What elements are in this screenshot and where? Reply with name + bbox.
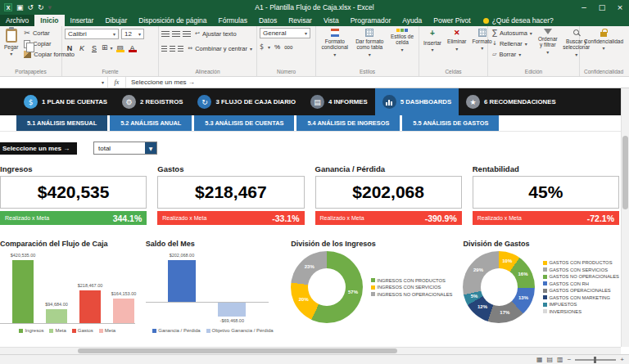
legend-swatch xyxy=(371,292,375,296)
vertical-scrollbar[interactable] xyxy=(621,88,629,347)
align-top-icon[interactable] xyxy=(161,31,170,38)
borders-icon[interactable]: ⊞ xyxy=(102,44,108,52)
minimize-button[interactable]: − xyxy=(575,0,593,15)
close-button[interactable]: × xyxy=(611,0,629,15)
wrap-text-button[interactable]: ↩Ajustar texto xyxy=(193,29,238,39)
ribbon-tab-vista[interactable]: Vista xyxy=(318,15,345,26)
kpi-card-gastos: Gastos $218,467 Realizado x Meta -33.1% xyxy=(157,164,304,225)
tell-me-box[interactable]: ¿Qué desea hacer? xyxy=(477,15,560,26)
ribbon-tab-disposicion-de-pagina[interactable]: Disposición de página xyxy=(133,15,212,26)
bar-data-label: -$69,468.00 xyxy=(210,318,254,323)
delete-icon: ✕ xyxy=(454,29,460,37)
font-color-button[interactable]: A xyxy=(128,44,138,52)
legend-swatch xyxy=(49,329,53,333)
view-page-layout-icon[interactable]: ▤ xyxy=(547,357,554,363)
fill-button[interactable]: ↓Rellenar▾ xyxy=(491,38,534,49)
nav-item-2-registros[interactable]: ⚙2 REGISTROS xyxy=(115,88,190,115)
currency-icon[interactable]: $ xyxy=(260,44,264,51)
bar-meta-ingresos xyxy=(46,309,67,323)
copy-icon xyxy=(24,40,30,48)
legend-label: INGRESOS NO OPERACIONALES xyxy=(377,292,452,297)
percent-style-button[interactable]: % xyxy=(274,43,280,51)
undo-icon[interactable]: ↺ xyxy=(28,4,34,11)
bar-data-label: $420,535.00 xyxy=(1,253,45,258)
view-page-break-icon[interactable]: ▥ xyxy=(557,357,563,363)
italic-button[interactable]: K xyxy=(77,44,87,52)
font-size-select[interactable]: 12▾ xyxy=(121,29,144,39)
zoom-in-button[interactable]: + xyxy=(620,356,624,363)
nav-item-5-dashboards[interactable]: 5 DASHBOARDS xyxy=(375,88,459,115)
save-icon[interactable]: ▣ xyxy=(16,4,24,11)
ribbon-tab-dibujar[interactable]: Dibujar xyxy=(99,15,133,26)
horizontal-scrollbar[interactable] xyxy=(0,347,621,354)
kpi-meta-label: Realizado x Meta xyxy=(477,215,522,221)
kpi-row: Ingresos $420,535 Realizado x Meta 344.1… xyxy=(0,164,619,225)
bar-data-label: $202,068.00 xyxy=(160,253,204,258)
align-right-icon[interactable] xyxy=(178,46,183,52)
legend-item: GASTOS OPERACIONALES xyxy=(543,288,619,293)
nav-item-4-informes[interactable]: ▤4 INFORMES xyxy=(303,88,375,115)
dropdown-button[interactable]: ▼ xyxy=(145,142,156,154)
legend-label: Meta xyxy=(55,328,66,333)
insert-cells-button[interactable]: +Insertar▾ xyxy=(422,28,443,66)
fx-icon[interactable]: fx xyxy=(108,77,126,88)
merge-center-button[interactable]: ⇔Combinar y centrar▾ xyxy=(186,43,254,54)
ribbon-tab-insertar[interactable]: Insertar xyxy=(65,15,100,26)
subtab-5-3-analisis-de-cuentas[interactable]: 5.3 ANÁLISIS DE CUENTAS xyxy=(194,115,294,131)
sort-filter-button[interactable]: Ordenar y filtrar ▾ xyxy=(536,28,559,66)
nav-item-3-flujo-de-caja-diario[interactable]: ↻3 FLUJO DE CAJA DIARIO xyxy=(190,88,303,115)
kpi-card-ganancia-perdida: Ganancia / Pérdida $202,068 Realizado x … xyxy=(315,164,462,225)
ribbon-tab-archivo[interactable]: Archivo xyxy=(0,15,34,26)
ribbon-tab-revisar[interactable]: Revisar xyxy=(283,15,318,26)
ribbon-tab-power-pivot[interactable]: Power Pivot xyxy=(428,15,476,26)
underline-button[interactable]: S xyxy=(89,44,99,52)
horizontal-scrollbar-thumb[interactable] xyxy=(78,348,397,353)
delete-cells-button[interactable]: ✕Eliminar▾ xyxy=(446,28,468,66)
autosum-button[interactable]: ∑Autosuma▾ xyxy=(491,28,534,38)
legend-label: Gastos xyxy=(78,328,93,333)
ribbon-tab-formulas[interactable]: Fórmulas xyxy=(212,15,252,26)
zoom-out-button[interactable]: − xyxy=(568,356,572,363)
formula-bar: ▾ fx Seleccione un mes → xyxy=(0,77,629,88)
ribbon-tab-datos[interactable]: Datos xyxy=(253,15,283,26)
subtab-5-4-analisis-de-ingresos[interactable]: 5.4 ANÁLISIS DE INGRESOS xyxy=(296,115,400,131)
fill-color-button[interactable]: ▨ xyxy=(115,44,125,52)
conditional-formatting-button[interactable]: Formato condicional ▾ xyxy=(319,28,351,66)
subtab-5-1-analisis-mensual[interactable]: 5.1 ANÁLISIS MENSUAL xyxy=(16,115,107,131)
name-box[interactable]: ▾ xyxy=(0,77,108,88)
align-center-icon[interactable] xyxy=(170,46,175,52)
formula-content[interactable]: Seleccione un mes → xyxy=(126,79,195,86)
qat-customize-icon[interactable]: ▾ xyxy=(48,4,52,11)
paste-button[interactable]: Pegar ▾ xyxy=(2,28,20,66)
zoom-slider-knob[interactable] xyxy=(594,357,596,363)
cell-styles-button[interactable]: Estilos de celda ▾ xyxy=(388,28,416,66)
dashboard-content: Seleccione un mes → total ▼ Ingresos $42… xyxy=(0,132,621,347)
number-format-select[interactable]: General▾ xyxy=(260,28,310,38)
font-group-label: Fuente xyxy=(62,68,158,76)
format-as-table-button[interactable]: Dar formato como tabla ▾ xyxy=(354,28,387,66)
font-family-select[interactable]: Calibri▾ xyxy=(65,29,119,39)
ribbon-tab-inicio[interactable]: Inicio xyxy=(34,15,64,26)
align-bottom-icon[interactable] xyxy=(183,31,191,38)
nav-item-6-recomendaciones[interactable]: ★6 RECOMENDACIONES xyxy=(459,88,563,115)
zoom-slider[interactable] xyxy=(575,359,616,361)
clear-button[interactable]: ▱Borrar▾ xyxy=(491,49,534,60)
redo-icon[interactable]: ↻ xyxy=(38,4,44,11)
maximize-button[interactable]: □ xyxy=(593,0,611,15)
ribbon-tab-ayuda[interactable]: Ayuda xyxy=(396,15,428,26)
comma-style-button[interactable]: 000 xyxy=(284,45,292,50)
excel-window: X ▣ ↺ ↻ ▾ A1 - Plantilla Flujo de Caja.x… xyxy=(0,0,629,364)
sensitivity-button[interactable]: Confidencialidad ▾ xyxy=(582,28,625,66)
subtab-5-2-analisis-anual[interactable]: 5.2 ANÁLISIS ANUAL xyxy=(110,115,192,131)
subtab-5-5-analisis-de-gastos[interactable]: 5.5 ANÁLISIS DE GASTOS xyxy=(402,115,499,131)
view-normal-icon[interactable]: ▦ xyxy=(536,357,543,363)
chevron-down-icon: ▾ xyxy=(10,52,12,57)
ribbon-tab-programador[interactable]: Programador xyxy=(345,15,397,26)
align-middle-icon[interactable] xyxy=(172,31,180,38)
vertical-scrollbar-thumb[interactable] xyxy=(622,136,628,209)
bold-button[interactable]: N xyxy=(65,44,75,52)
nav-item-1-plan-de-cuentas[interactable]: $1 PLAN DE CUENTAS xyxy=(16,88,115,115)
kpi-value: $218,467 xyxy=(157,176,304,209)
month-selector-dropdown[interactable]: total ▼ xyxy=(93,142,157,155)
align-left-icon[interactable] xyxy=(161,46,167,52)
